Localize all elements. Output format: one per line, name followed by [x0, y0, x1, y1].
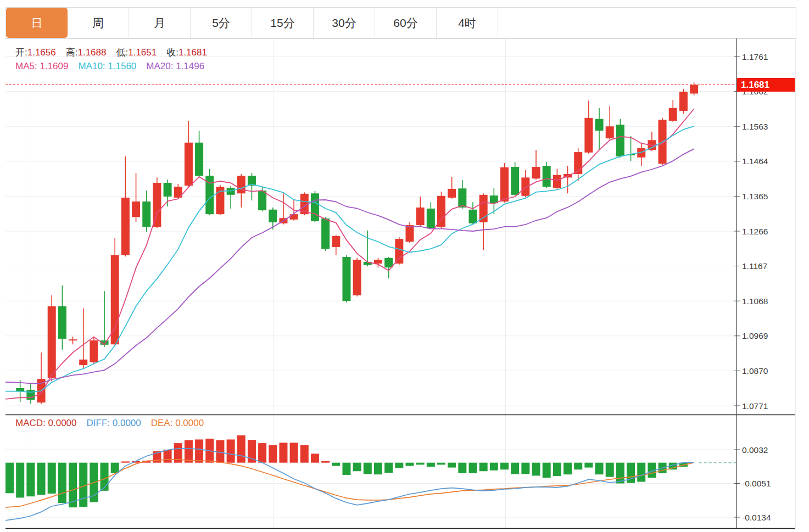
readout-value: 0.0000	[175, 418, 204, 428]
candle-body	[521, 177, 529, 195]
candle-body	[269, 210, 277, 222]
macd-histogram-bar	[364, 463, 372, 474]
candle-body	[395, 239, 403, 264]
price-axis-label: 1.0771	[742, 401, 768, 411]
candle-body	[416, 208, 425, 225]
price-axis-label: 1.1563	[742, 122, 768, 131]
candle-body	[121, 198, 130, 255]
ma-item: MA5: 1.1609	[15, 61, 68, 71]
macd-histogram-bar	[500, 463, 509, 470]
ohlc-item: 收:1.1681	[166, 47, 207, 58]
readout-label: MA5:	[15, 61, 37, 71]
candle-body	[321, 219, 330, 249]
readout-label: DIFF:	[87, 418, 110, 428]
candle-body	[405, 225, 414, 242]
macd-histogram-bar	[584, 463, 593, 468]
macd-histogram-bar	[553, 463, 561, 476]
price-axis-label: 1.1266	[742, 227, 768, 236]
macd-histogram-bar	[437, 463, 445, 465]
readout-label: 收:	[166, 47, 178, 58]
readout-value: 1.1656	[27, 47, 56, 58]
readout-label: MACD:	[15, 418, 46, 428]
candle-body	[679, 92, 688, 111]
macd-readout: MACD: 0.0000DIFF: 0.0000DEA: 0.0000	[15, 418, 214, 429]
readout-value: 0.0000	[48, 418, 77, 428]
macd-histogram-bar	[416, 463, 425, 465]
candle-body	[384, 258, 393, 267]
macd-histogram-bar	[511, 463, 519, 474]
macd-item: MACD: 0.0000	[15, 418, 77, 428]
macd-histogram-bar	[427, 463, 435, 467]
macd-histogram-bar	[5, 463, 14, 494]
macd-histogram-bar	[269, 445, 277, 463]
macd-histogram-bar	[458, 463, 466, 473]
current-price-text: 1.1681	[741, 80, 769, 90]
macd-axis-label: 0.0032	[742, 445, 768, 455]
macd-histogram-bar	[395, 463, 403, 468]
macd-histogram-bar	[405, 463, 414, 466]
candle-body	[427, 209, 435, 228]
ma-item: MA20: 1.1496	[146, 61, 204, 71]
readout-value: 1.1651	[128, 47, 157, 58]
macd-item: DIFF: 0.0000	[87, 418, 141, 428]
macd-histogram-bar	[300, 445, 309, 463]
ohlc-readout: 开:1.1656高:1.1688低:1.1651收:1.1681	[15, 46, 217, 59]
readout-value: 1.1560	[108, 61, 136, 71]
macd-axis-label: -0.0134	[742, 513, 771, 522]
candle-body	[69, 339, 77, 340]
readout-label: 开:	[15, 47, 27, 58]
price-axis-label: 1.0870	[742, 366, 768, 376]
macd-histogram-bar	[332, 463, 340, 466]
candle-body	[79, 360, 87, 365]
ma-item: MA10: 1.1560	[78, 61, 136, 71]
macd-histogram-bar	[321, 461, 330, 463]
macd-histogram-bar	[311, 453, 319, 462]
macd-histogram-bar	[26, 463, 35, 497]
readout-value: 1.1681	[178, 47, 207, 58]
price-axis-label: 1.1761	[742, 52, 768, 61]
candle-body	[448, 189, 456, 198]
candle-body	[353, 260, 361, 295]
candle-body	[342, 257, 350, 301]
readout-label: MA10:	[78, 61, 105, 71]
candle-body	[606, 126, 614, 138]
candle-body	[311, 193, 319, 221]
readout-label: 低:	[116, 47, 128, 58]
macd-histogram-bar	[595, 463, 604, 474]
candle-body	[458, 188, 466, 208]
trading-chart-app: 日周月5分15分30分60分4时 开:1.1656高:1.1688低:1.165…	[0, 0, 809, 532]
macd-item: DEA: 0.0000	[151, 418, 204, 428]
chart-canvas[interactable]: 1.17611.16621.15631.14641.13651.12661.11…	[0, 0, 809, 532]
ohlc-item: 开:1.1656	[15, 47, 56, 58]
candle-body	[58, 306, 66, 339]
candle-body	[469, 210, 477, 223]
macd-histogram-bar	[216, 440, 224, 463]
macd-histogram-bar	[342, 463, 350, 475]
readout-value: 0.0000	[113, 418, 141, 428]
candle-body	[111, 255, 119, 345]
macd-histogram-bar	[185, 440, 193, 463]
candle-body	[142, 201, 150, 227]
candle-body	[543, 166, 551, 187]
candle-body	[511, 167, 519, 195]
macd-histogram-bar	[574, 463, 582, 470]
candle-body	[132, 201, 140, 217]
macd-histogram-bar	[448, 463, 456, 468]
macd-histogram-bar	[237, 435, 246, 463]
macd-axis-label: -0.0051	[742, 479, 771, 488]
macd-histogram-bar	[563, 463, 572, 474]
candle-body	[595, 119, 604, 131]
candle-body	[584, 118, 593, 153]
candle-body	[185, 143, 193, 186]
candle-body	[258, 191, 266, 210]
macd-histogram-bar	[469, 463, 477, 473]
candle-body	[532, 167, 540, 178]
macd-histogram-bar	[195, 439, 203, 462]
macd-histogram-bar	[606, 463, 614, 477]
macd-histogram-bar	[532, 463, 540, 476]
candle-body	[374, 260, 382, 264]
candle-body	[500, 167, 509, 201]
candle-body	[332, 236, 340, 247]
macd-histogram-bar	[384, 463, 393, 473]
price-axis-label: 1.1464	[742, 156, 768, 166]
